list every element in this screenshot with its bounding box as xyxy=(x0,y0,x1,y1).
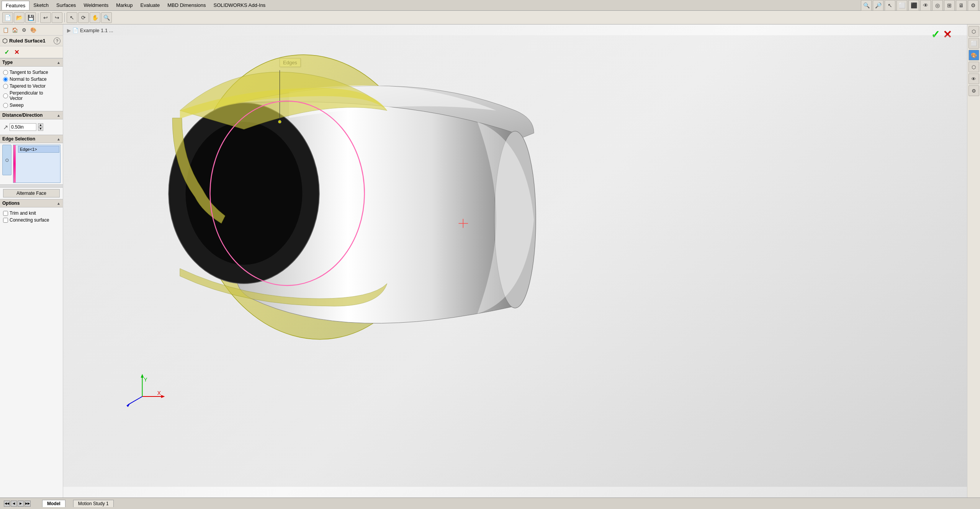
pan-icon[interactable]: ✋ xyxy=(90,12,100,23)
alternate-face-button[interactable]: Alternate Face xyxy=(3,189,60,197)
distance-section-content: ↗ ▲ ▼ xyxy=(0,119,63,135)
menu-mbd[interactable]: MBD Dimensions xyxy=(164,1,209,10)
undo-icon[interactable]: ↩ xyxy=(40,12,51,23)
resize-handle[interactable] xyxy=(0,184,63,188)
nav-first[interactable]: ◀◀ xyxy=(4,501,10,507)
radio-perp-input[interactable] xyxy=(3,93,8,98)
toolbar: 📄 📂 💾 ↩ ↪ ↖ ⟳ ✋ 🔍 xyxy=(0,11,980,24)
help-button[interactable]: ? xyxy=(54,38,61,44)
edge-selection-area: ⬡ Edge<1> xyxy=(0,143,63,184)
menu-markup[interactable]: Markup xyxy=(112,1,136,10)
spinner-up[interactable]: ▲ xyxy=(38,123,43,127)
select-icon[interactable]: ↖ xyxy=(67,12,77,23)
display-icon[interactable]: 👁 xyxy=(920,0,931,11)
options-section-label: Options xyxy=(2,201,20,206)
type-section-header[interactable]: Type ▲ xyxy=(0,58,63,67)
connecting-surface-checkbox[interactable] xyxy=(3,218,8,223)
radio-sweep[interactable]: Sweep xyxy=(3,102,60,109)
left-panel: 📋 🏠 ⚙ 🎨 ⬡ Ruled Surface1 ? ✓ ✕ Type ▲ xyxy=(0,24,63,498)
viewport[interactable]: ▶ 📄 Example 1.1 ... ✓ ✕ Edges xyxy=(63,24,967,498)
type-section-label: Type xyxy=(2,60,13,65)
right-icon-3[interactable]: 🎨 xyxy=(969,50,979,60)
menu-evaluate[interactable]: Evaluate xyxy=(137,1,164,10)
edge-selection-section-header[interactable]: Edge Selection ▲ xyxy=(0,135,63,143)
trim-knit-label: Trim and knit xyxy=(10,210,36,216)
distance-section-label: Distance/Direction xyxy=(2,113,43,118)
spinner-down[interactable]: ▼ xyxy=(38,127,43,131)
menu-weldments[interactable]: Weldments xyxy=(80,1,112,10)
radio-tangent-label: Tangent to Surface xyxy=(10,70,48,75)
search-icon[interactable]: 🔍 xyxy=(861,0,872,11)
redo-icon[interactable]: ↪ xyxy=(52,12,62,23)
options-section-content: Trim and knit Connecting surface xyxy=(0,207,63,226)
edge-selection-collapse-arrow: ▲ xyxy=(57,137,61,141)
right-panel: ⬡ ⬜ 🎨 ⬡ 👁 ⚙ xyxy=(967,24,980,498)
feature-manager-icon[interactable]: 📋 xyxy=(2,26,10,34)
trim-knit-option[interactable]: Trim and knit xyxy=(3,210,60,217)
radio-normal-input[interactable] xyxy=(3,77,8,82)
menu-features[interactable]: Features xyxy=(2,1,29,10)
tab-model[interactable]: Model xyxy=(42,500,65,507)
right-icon-2[interactable]: ⬜ xyxy=(969,38,979,49)
settings-icon[interactable]: ⚙ xyxy=(968,0,978,11)
render-icon[interactable]: ◎ xyxy=(932,0,943,11)
rotate-icon[interactable]: ⟳ xyxy=(78,12,89,23)
radio-sweep-label: Sweep xyxy=(10,103,24,108)
model-area[interactable]: Y X xyxy=(63,24,967,498)
right-icon-1[interactable]: ⬡ xyxy=(969,26,979,37)
radio-tapered[interactable]: Tapered to Vector xyxy=(3,83,60,90)
radio-normal-label: Normal to Surface xyxy=(10,77,47,82)
panel-title: Ruled Surface1 xyxy=(9,38,46,44)
property-icon[interactable]: 🏠 xyxy=(11,26,19,34)
type-section-content: Tangent to Surface Normal to Surface Tap… xyxy=(0,67,63,111)
save-icon[interactable]: 💾 xyxy=(25,12,36,23)
radio-tangent-input[interactable] xyxy=(3,70,8,75)
pointer-icon[interactable]: ↖ xyxy=(885,0,895,11)
edge-list-item[interactable]: Edge<1> xyxy=(18,146,59,153)
appear-icon[interactable]: 🎨 xyxy=(29,26,38,34)
trim-knit-checkbox[interactable] xyxy=(3,211,8,216)
cancel-button[interactable]: ✕ xyxy=(12,48,21,56)
connecting-surface-label: Connecting surface xyxy=(10,217,49,223)
zoom-area-icon[interactable]: 🔍 xyxy=(101,12,112,23)
tab-motion-study[interactable]: Motion Study 1 xyxy=(73,500,114,507)
section-icon[interactable]: ⊞ xyxy=(944,0,955,11)
cube-icon[interactable]: ⬛ xyxy=(908,0,919,11)
menu-surfaces[interactable]: Surfaces xyxy=(52,1,80,10)
ok-cancel-row: ✓ ✕ xyxy=(0,46,63,58)
edge-selection-label: Edge Selection xyxy=(2,136,35,142)
svg-text:Y: Y xyxy=(144,377,147,383)
zoom-icon[interactable]: 🔎 xyxy=(873,0,883,11)
edge-list-box[interactable]: Edge<1> xyxy=(13,145,61,183)
menu-addins[interactable]: SOLIDWORKS Add-Ins xyxy=(210,1,270,10)
right-icon-4[interactable]: ⬡ xyxy=(969,62,979,72)
connecting-surface-option[interactable]: Connecting surface xyxy=(3,217,60,224)
new-icon[interactable]: 📄 xyxy=(2,12,13,23)
right-icon-6[interactable]: ⚙ xyxy=(969,85,979,96)
ok-button[interactable]: ✓ xyxy=(2,48,11,56)
radio-sweep-input[interactable] xyxy=(3,103,8,108)
nav-arrows: ◀◀ ◀ ▶ ▶▶ xyxy=(4,501,31,507)
radio-perp[interactable]: Perpendicular toVector xyxy=(3,90,60,102)
config-icon[interactable]: ⚙ xyxy=(20,26,28,34)
edge-select-icon-btn[interactable]: ⬡ xyxy=(2,145,11,175)
distance-input[interactable] xyxy=(10,123,36,131)
menu-sketch[interactable]: Sketch xyxy=(29,1,52,10)
distance-collapse-arrow: ▲ xyxy=(57,113,61,117)
distance-section-header[interactable]: Distance/Direction ▲ xyxy=(0,111,63,119)
open-icon[interactable]: 📂 xyxy=(14,12,25,23)
nav-last[interactable]: ▶▶ xyxy=(25,501,31,507)
view-icon[interactable]: ⬜ xyxy=(897,0,907,11)
svg-text:X: X xyxy=(157,390,161,396)
svg-point-6 xyxy=(278,120,281,123)
radio-tapered-input[interactable] xyxy=(3,84,8,89)
radio-tangent[interactable]: Tangent to Surface xyxy=(3,69,60,76)
options-section-header[interactable]: Options ▲ xyxy=(0,199,63,207)
radio-normal[interactable]: Normal to Surface xyxy=(3,76,60,83)
right-icon-5[interactable]: 👁 xyxy=(969,73,979,84)
nav-next[interactable]: ▶ xyxy=(18,501,24,507)
monitor-icon[interactable]: 🖥 xyxy=(956,0,967,11)
nav-prev[interactable]: ◀ xyxy=(11,501,17,507)
type-collapse-arrow: ▲ xyxy=(57,60,61,65)
menu-bar: Features Sketch Surfaces Weldments Marku… xyxy=(0,0,980,11)
